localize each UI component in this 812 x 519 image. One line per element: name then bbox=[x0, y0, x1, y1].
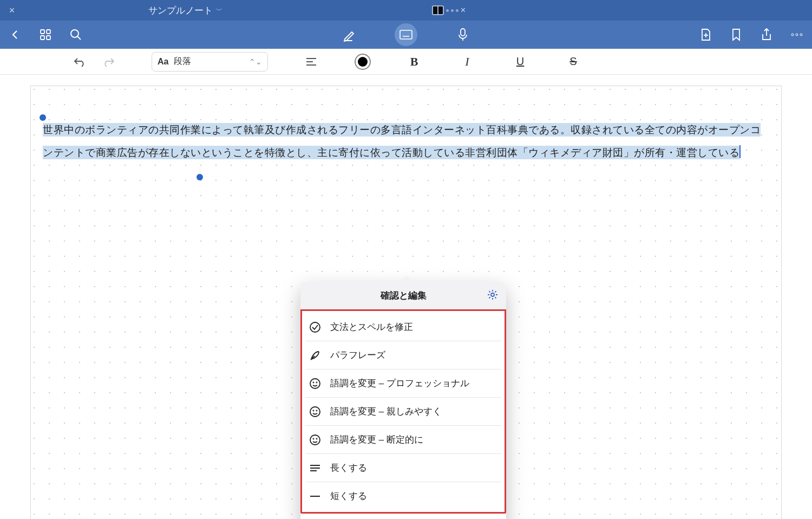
svg-rect-4 bbox=[41, 36, 44, 40]
selection-handle-end[interactable] bbox=[197, 174, 203, 180]
main-toolbar bbox=[0, 21, 812, 49]
undo-button[interactable] bbox=[70, 52, 90, 72]
more-icon[interactable] bbox=[789, 27, 804, 42]
tab-bar: × サンプルノート ﹀ × bbox=[0, 0, 812, 21]
minus-icon bbox=[309, 494, 322, 498]
text-color-button[interactable] bbox=[355, 54, 371, 70]
text-cursor bbox=[739, 145, 741, 158]
svg-point-20 bbox=[800, 34, 802, 36]
close-icon[interactable]: × bbox=[461, 5, 466, 15]
svg-point-18 bbox=[791, 34, 794, 36]
svg-rect-3 bbox=[47, 30, 50, 34]
tab-title-text: サンプルノート bbox=[148, 4, 213, 17]
ai-fix-grammar[interactable]: 文法とスペルを修正 bbox=[305, 313, 501, 341]
smile-icon bbox=[309, 378, 322, 390]
gear-icon[interactable] bbox=[487, 289, 499, 303]
ai-make-shorter[interactable]: 短くする bbox=[305, 482, 501, 510]
strikethrough-button[interactable]: S bbox=[564, 55, 583, 68]
canvas-area: 世界中のボランティアの共同作業によって執筆及び作成されるフリーの多言語インターネ… bbox=[0, 75, 812, 519]
ai-make-longer[interactable]: 長くする bbox=[305, 453, 501, 482]
svg-point-19 bbox=[796, 34, 798, 36]
svg-rect-8 bbox=[400, 30, 412, 39]
popover-title: 確認と編集 bbox=[300, 281, 506, 309]
svg-point-34 bbox=[313, 438, 314, 439]
lines-icon bbox=[309, 464, 322, 472]
keyboard-mode-button[interactable] bbox=[395, 23, 417, 46]
ai-tone-assertive[interactable]: 語調を変更 – 断定的に bbox=[305, 425, 501, 453]
back-button[interactable] bbox=[8, 27, 23, 42]
ai-paraphrase[interactable]: パラフレーズ bbox=[305, 341, 501, 369]
svg-point-28 bbox=[313, 382, 314, 382]
share-icon[interactable] bbox=[759, 27, 774, 42]
bold-button[interactable]: B bbox=[404, 55, 424, 69]
ai-edit-popover: 確認と編集 文法とスペルを修正 パラフレーズ 語調を変更 – プロフェッショナル bbox=[300, 281, 506, 519]
svg-point-25 bbox=[310, 322, 320, 332]
format-toolbar: Aa 段落 ⌃⌄ B I U S bbox=[0, 49, 812, 75]
pen-tool-icon[interactable] bbox=[342, 27, 357, 42]
text-style-icon: Aa bbox=[158, 57, 168, 67]
split-view-controls[interactable]: × bbox=[432, 5, 466, 15]
popover-items: 文法とスペルを修正 パラフレーズ 語調を変更 – プロフェッショナル 語調を変更… bbox=[300, 309, 506, 514]
underline-button[interactable]: U bbox=[510, 55, 530, 68]
svg-point-32 bbox=[317, 410, 317, 411]
svg-point-27 bbox=[310, 379, 320, 388]
search-icon[interactable] bbox=[68, 27, 83, 42]
svg-rect-2 bbox=[41, 30, 44, 34]
svg-rect-5 bbox=[47, 36, 50, 40]
apps-grid-icon[interactable] bbox=[38, 27, 53, 42]
svg-point-30 bbox=[310, 407, 320, 417]
svg-point-35 bbox=[317, 438, 317, 439]
smile-icon bbox=[309, 406, 322, 418]
style-select-label: 段落 bbox=[174, 56, 191, 67]
align-button[interactable] bbox=[302, 52, 321, 72]
chevron-updown-icon: ⌃⌄ bbox=[249, 57, 262, 66]
ai-usage-footer: AIの残り使用量は36.7%です。割り当ては2023/08/25にリセットされま… bbox=[300, 514, 506, 519]
svg-rect-14 bbox=[461, 29, 465, 36]
selected-text[interactable]: 世界中のボランティアの共同作業によって執筆及び作成されるフリーの多言語インターネ… bbox=[43, 119, 769, 164]
check-circle-icon bbox=[309, 321, 322, 333]
redo-button[interactable] bbox=[99, 52, 118, 72]
document-page[interactable]: 世界中のボランティアの共同作業によって執筆及び作成されるフリーの多言語インターネ… bbox=[30, 86, 782, 519]
close-tab-icon[interactable]: × bbox=[0, 5, 24, 16]
feather-icon bbox=[309, 349, 322, 361]
microphone-icon[interactable] bbox=[455, 27, 470, 42]
chevron-down-icon: ﹀ bbox=[216, 6, 222, 15]
ai-tone-professional[interactable]: 語調を変更 – プロフェッショナル bbox=[305, 369, 501, 397]
svg-point-29 bbox=[317, 382, 317, 382]
paragraph-style-select[interactable]: Aa 段落 ⌃⌄ bbox=[152, 52, 268, 72]
svg-point-33 bbox=[310, 435, 320, 445]
bookmark-icon[interactable] bbox=[729, 27, 744, 42]
italic-button[interactable]: I bbox=[457, 55, 477, 69]
add-page-icon[interactable] bbox=[698, 27, 713, 42]
svg-point-6 bbox=[71, 30, 78, 37]
selection-handle-start[interactable] bbox=[40, 114, 46, 121]
smile-icon bbox=[309, 434, 322, 446]
svg-line-7 bbox=[77, 36, 81, 40]
svg-point-31 bbox=[313, 410, 314, 411]
tab-title[interactable]: サンプルノート ﹀ bbox=[148, 4, 222, 17]
svg-point-24 bbox=[491, 293, 494, 296]
ai-tone-friendly[interactable]: 語調を変更 – 親しみやすく bbox=[305, 397, 501, 425]
